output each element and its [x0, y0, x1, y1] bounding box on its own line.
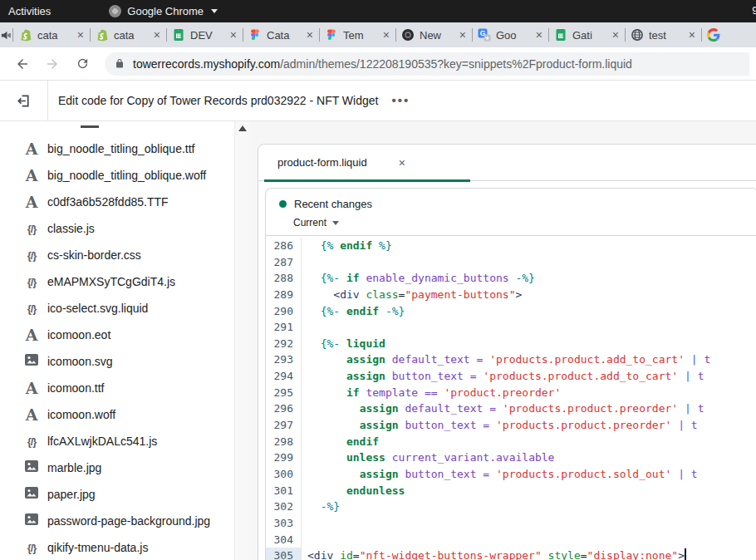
file-name: big_noodle_titling_oblique.woff: [47, 169, 206, 182]
file-item[interactable]: {/}qikify-tmenu-data.js: [0, 534, 234, 560]
browser-tab[interactable]: cata×: [90, 22, 166, 47]
code-line[interactable]: 301 endunless: [266, 483, 756, 499]
file-item[interactable]: password-page-background.jpg: [0, 508, 234, 534]
line-content[interactable]: {%- if enable_dynamic_buttons -%}: [301, 270, 756, 287]
line-content[interactable]: <div id="nft-widget-buttons-wrapper" sty…: [301, 548, 756, 560]
app-menu-label: Google Chrome: [127, 5, 204, 17]
code-line[interactable]: 290 {%- endif -%}: [266, 303, 756, 320]
exit-code-editor-button[interactable]: [0, 81, 48, 120]
line-content[interactable]: unless current_variant.available: [301, 449, 756, 466]
tab-close-icon[interactable]: ×: [383, 29, 390, 41]
app-menu-button[interactable]: Google Chrome: [109, 5, 218, 17]
browser-tab[interactable]: Gati×: [548, 22, 625, 47]
editor-file-tab[interactable]: product-form.liquid ×: [277, 156, 405, 169]
browser-tab[interactable]: cata×: [13, 22, 90, 47]
tab-close-icon[interactable]: ×: [154, 29, 160, 41]
browser-tab[interactable]: [701, 22, 756, 47]
tab-close-icon[interactable]: ×: [536, 29, 542, 41]
code-line[interactable]: 291: [266, 319, 756, 336]
code-line[interactable]: 302 -%}: [266, 499, 756, 515]
line-content[interactable]: assign button_text = 'products.product.a…: [301, 368, 756, 385]
line-number: 294: [266, 368, 301, 385]
code-line[interactable]: 298 endif: [266, 434, 756, 450]
code-line[interactable]: 296 assign default_text = 'products.prod…: [266, 400, 756, 417]
browser-tab[interactable]: Cata×: [243, 22, 319, 47]
file-item[interactable]: Abig_noodle_titling_oblique.woff: [0, 162, 234, 189]
desktop-clock[interactable]: 9 A: [752, 4, 756, 17]
line-content[interactable]: [301, 254, 756, 271]
code-line[interactable]: 287: [266, 254, 756, 271]
code-line[interactable]: 286 {% endif %}: [266, 238, 756, 254]
forward-button[interactable]: [40, 52, 65, 76]
line-content[interactable]: {%- liquid: [301, 336, 756, 352]
line-content[interactable]: {%- endif -%}: [301, 303, 756, 320]
code-line[interactable]: 304: [266, 532, 756, 548]
code-line[interactable]: 288 {%- if enable_dynamic_buttons -%}: [266, 270, 756, 287]
file-item[interactable]: Abig_noodle_titling_oblique.ttf: [0, 135, 234, 162]
tab-close-icon[interactable]: ×: [612, 29, 619, 41]
line-content[interactable]: endunless: [301, 483, 756, 499]
code-line[interactable]: 305<div id="nft-widget-buttons-wrapper" …: [266, 548, 756, 560]
tab-close-icon[interactable]: ×: [230, 29, 237, 41]
sidebar-scrollbar[interactable]: [234, 121, 249, 560]
line-content[interactable]: endif: [301, 434, 756, 450]
file-item[interactable]: Aicomoon.ttf: [0, 375, 234, 401]
sheets-favicon-icon: [172, 28, 185, 42]
scroll-up-arrow-icon[interactable]: [238, 125, 247, 131]
file-item[interactable]: Ac0df3a6b528fdd85.TTF: [0, 189, 234, 215]
line-number: 289: [266, 287, 301, 303]
browser-tab[interactable]: Tem×: [319, 22, 395, 47]
file-item[interactable]: paper.jpg: [0, 481, 234, 508]
line-content[interactable]: assign button_text = 'products.product.p…: [301, 417, 756, 434]
file-item[interactable]: Aicomoon.eot: [0, 322, 234, 348]
lock-icon[interactable]: [115, 58, 125, 69]
tab-close-icon[interactable]: ×: [307, 29, 313, 41]
file-item[interactable]: {/}lfcAXLwjkDALc541.js: [0, 428, 234, 454]
code-line[interactable]: 293 assign default_text = 'products.prod…: [266, 351, 756, 368]
code-line[interactable]: 292 {%- liquid: [266, 336, 756, 352]
code-line[interactable]: 303: [266, 515, 756, 532]
tab-audio-indicator[interactable]: [0, 28, 13, 42]
line-content[interactable]: assign button_text = 'products.product.s…: [301, 466, 756, 483]
back-button[interactable]: [10, 52, 35, 76]
file-item[interactable]: {/}classie.js: [0, 215, 234, 242]
file-item[interactable]: {/}cs-skin-border.css: [0, 242, 234, 268]
tab-close-icon[interactable]: ×: [77, 29, 84, 41]
version-dropdown[interactable]: Current: [293, 217, 745, 228]
line-content[interactable]: -%}: [301, 499, 756, 515]
file-item[interactable]: {/}eMAPMXSyTCgGdiT4.js: [0, 268, 234, 295]
code-line[interactable]: 294 assign button_text = 'products.produ…: [266, 368, 756, 385]
more-options-button[interactable]: •••: [391, 97, 410, 104]
code-line[interactable]: 299 unless current_variant.available: [266, 449, 756, 466]
editor-tab-close-icon[interactable]: ×: [399, 156, 405, 169]
line-content[interactable]: [301, 515, 756, 532]
browser-tab[interactable]: New×: [395, 22, 472, 47]
browser-toolbar: towerrecords.myshopify.com/admin/themes/…: [0, 47, 756, 81]
code-line[interactable]: 289 <div class="payment-buttons">: [266, 287, 756, 303]
file-item[interactable]: Aicomoon.woff: [0, 401, 234, 428]
code-line[interactable]: 300 assign button_text = 'products.produ…: [266, 466, 756, 483]
address-bar[interactable]: towerrecords.myshopify.com/admin/themes/…: [105, 52, 749, 76]
activities-button[interactable]: Activities: [8, 5, 51, 17]
line-content[interactable]: {% endif %}: [301, 238, 756, 254]
line-content[interactable]: assign default_text = 'products.product.…: [301, 400, 756, 417]
file-item[interactable]: marble.jpg: [0, 454, 234, 481]
line-number: 287: [266, 254, 301, 271]
line-content[interactable]: [301, 532, 756, 548]
reload-button[interactable]: [70, 52, 95, 76]
file-item[interactable]: {/}ico-select.svg.liquid: [0, 295, 234, 322]
browser-tab[interactable]: DEV×: [166, 22, 243, 47]
line-content[interactable]: if template == 'product.preorder': [301, 385, 756, 401]
browser-tab[interactable]: GGoo×: [472, 22, 548, 47]
browser-tab[interactable]: test×: [625, 22, 701, 47]
line-content[interactable]: [301, 319, 756, 336]
code-editor[interactable]: 286 {% endif %}287288 {%- if enable_dyna…: [266, 236, 756, 560]
line-content[interactable]: assign default_text = 'products.product.…: [301, 351, 756, 368]
code-line[interactable]: 295 if template == 'product.preorder': [266, 385, 756, 401]
tab-close-icon[interactable]: ×: [459, 29, 466, 41]
file-item[interactable]: icomoon.svg: [0, 348, 234, 375]
line-content[interactable]: <div class="payment-buttons">: [301, 287, 756, 303]
code-line[interactable]: 297 assign button_text = 'products.produ…: [266, 417, 756, 434]
tab-close-icon[interactable]: ×: [689, 29, 695, 41]
file-item-clipped[interactable]: [0, 121, 234, 135]
